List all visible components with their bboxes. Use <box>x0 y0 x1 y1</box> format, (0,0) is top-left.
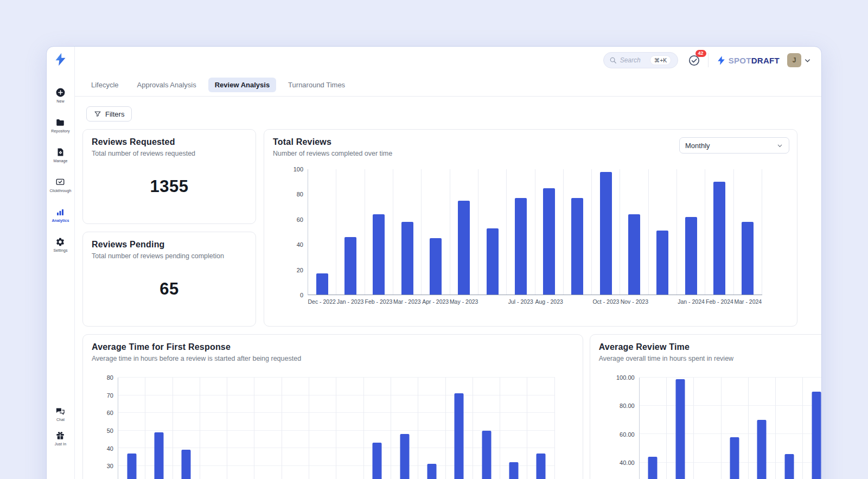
content: Filters Reviews Requested Total number o… <box>75 97 821 479</box>
chart-slot <box>118 378 145 479</box>
chart-slot <box>564 169 592 295</box>
sidebar-item-label: Chat <box>56 418 65 421</box>
chart-slot <box>776 378 803 479</box>
x-axis-label: Oct - 2023 <box>592 298 620 305</box>
x-axis-label: Nov - 2023 <box>620 298 648 305</box>
plot-area <box>118 378 555 479</box>
tab-lifecycle[interactable]: Lifecycle <box>85 78 125 92</box>
notification-count-badge: 42 <box>695 50 706 57</box>
sidebar-item-settings[interactable]: Settings <box>53 237 67 252</box>
chart-slot <box>336 169 365 295</box>
chevron-down-icon <box>803 56 812 65</box>
chart-slot <box>694 378 721 479</box>
bar <box>812 392 821 479</box>
chart-slot <box>446 378 473 479</box>
y-axis-label: 50 <box>100 427 113 434</box>
analytics-tabs: LifecycleApprovals AnalysisReview Analys… <box>75 74 821 97</box>
avg-review-time-chart: 0.0020.0040.0060.0080.00100.00 Dec - 202… <box>599 378 821 479</box>
plot-area <box>308 169 762 295</box>
chart-slot <box>734 169 762 295</box>
bar <box>344 237 356 295</box>
chart-slot <box>535 169 564 295</box>
x-axis-label: Aug - 2023 <box>535 298 563 305</box>
sidebar-item-new[interactable]: New <box>55 87 66 103</box>
bar <box>537 454 546 479</box>
reviews-pending-card: Reviews Pending Total number of reviews … <box>82 232 256 327</box>
x-axis-label: Jan - 2023 <box>336 298 364 305</box>
y-axis-label: 80.00 <box>610 403 635 409</box>
reviews-pending-value: 65 <box>92 279 247 299</box>
y-axis-label: 100 <box>288 166 303 173</box>
bar <box>543 188 555 295</box>
folder-icon <box>55 117 65 127</box>
sidebar-item-manage[interactable]: Manage <box>54 147 68 163</box>
y-axis-label: 40.00 <box>610 459 635 466</box>
chart-slot <box>677 169 705 295</box>
bar <box>648 457 658 479</box>
chart-slot <box>473 378 500 479</box>
user-menu[interactable]: J <box>787 53 812 67</box>
chart-slot <box>336 378 363 479</box>
x-axis: Dec - 2022Jan - 2023Feb - 2023Mar - 2023… <box>308 298 762 305</box>
avg-review-time-card: Average Review Time Average overall time… <box>590 334 821 479</box>
x-axis-label <box>649 298 677 305</box>
bar <box>373 443 382 479</box>
funnel-icon <box>94 110 101 118</box>
x-axis-label: Feb - 2024 <box>705 298 733 305</box>
sidebar-item-just-in[interactable]: Just In <box>55 430 66 446</box>
y-axis: 020406080100 <box>288 169 303 295</box>
y-axis-label: 100.00 <box>610 374 635 381</box>
spotdraft-brand[interactable]: SPOTDRAFT <box>716 55 780 66</box>
chart-slot <box>364 378 391 479</box>
chart-slot <box>592 169 620 295</box>
sidebar-item-label: Analytics <box>52 219 69 222</box>
sidebar-item-label: Just In <box>55 442 66 446</box>
search-field[interactable] <box>620 56 647 64</box>
bar <box>401 222 413 295</box>
tab-review-analysis[interactable]: Review Analysis <box>208 78 276 92</box>
chart-slot <box>803 378 821 479</box>
chart-slot <box>418 378 445 479</box>
sidebar-item-clickthrough[interactable]: Clickthrough <box>49 177 71 193</box>
period-select[interactable]: Monthly <box>679 137 789 154</box>
search-input[interactable]: ⌘+K <box>603 52 678 68</box>
sidebar-item-repository[interactable]: Repository <box>51 117 69 133</box>
chart-slot <box>620 169 648 295</box>
brand-text: SPOTDRAFT <box>729 56 780 65</box>
chat-icon <box>55 406 65 416</box>
card-title: Reviews Requested <box>92 137 247 147</box>
gear-icon <box>55 237 65 247</box>
chart-slot <box>640 378 667 479</box>
y-axis-label: 60 <box>288 216 303 223</box>
bar <box>482 431 491 479</box>
bar <box>455 393 464 479</box>
avg-first-response-card: Average Time for First Response Average … <box>82 334 583 479</box>
chart-slot <box>173 378 200 479</box>
main-area: ⌘+K 42 SPOTDRAFT J <box>75 47 821 479</box>
chart-slot <box>391 378 418 479</box>
bar <box>127 454 136 479</box>
plot-area <box>639 378 821 479</box>
bar <box>784 454 794 479</box>
desktop-background: NewRepositoryManageClickthroughAnalytics… <box>0 0 868 479</box>
card-title: Average Time for First Response <box>92 342 574 352</box>
tab-turnaround-times[interactable]: Turnaround Times <box>282 78 352 92</box>
sidebar-item-analytics[interactable]: Analytics <box>52 207 69 222</box>
y-axis-label: 0 <box>288 292 303 298</box>
notifications-button[interactable]: 42 <box>688 54 700 67</box>
chart-slot <box>200 378 227 479</box>
bar <box>458 201 470 295</box>
bar <box>628 214 640 295</box>
sidebar-item-chat[interactable]: Chat <box>55 406 65 421</box>
card-title: Reviews Pending <box>92 240 247 250</box>
chart-slot <box>365 169 393 295</box>
filters-button[interactable]: Filters <box>86 106 132 122</box>
chart-slot <box>145 378 173 479</box>
chart-slot <box>227 378 254 479</box>
sidebar-bottom-nav: ChatJust In <box>55 406 66 455</box>
tab-approvals-analysis[interactable]: Approvals Analysis <box>131 78 203 92</box>
y-axis-label: 80 <box>100 374 113 381</box>
reviews-requested-value: 1355 <box>92 177 247 196</box>
spotdraft-logo-icon[interactable] <box>53 52 68 69</box>
gift-icon <box>55 430 65 440</box>
